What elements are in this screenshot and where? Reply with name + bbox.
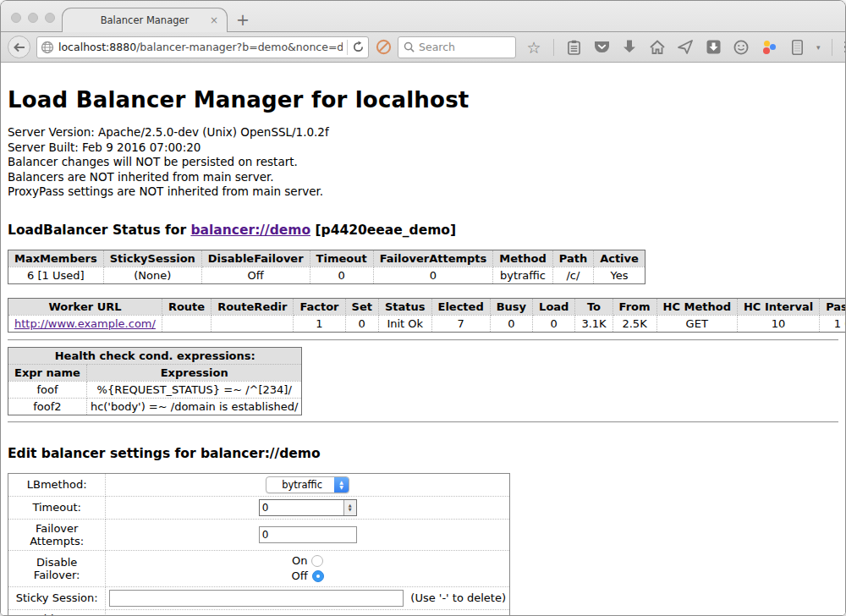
page-title: Load Balancer Manager for localhost bbox=[8, 87, 838, 113]
server-info-line: Balancers are NOT inherited from main se… bbox=[8, 170, 838, 185]
lbmethod-select[interactable]: bytraffic ▲▼ bbox=[266, 476, 349, 493]
balancer-status-header-cell: Timeout bbox=[310, 250, 373, 267]
colored-dots-button[interactable] bbox=[761, 39, 777, 56]
worker-header-cell: Busy bbox=[490, 298, 532, 315]
downloads-button[interactable] bbox=[621, 39, 638, 56]
health-check-table: Health check cond. expressions: Expr nam… bbox=[8, 347, 302, 415]
download-square-button[interactable] bbox=[705, 39, 722, 56]
worker-value-cell: 0 bbox=[490, 315, 532, 332]
back-icon bbox=[14, 42, 25, 52]
dropdown-caret-icon[interactable]: ▾ bbox=[816, 43, 821, 52]
worker-value-row: http://www.example.com/ 10Init Ok7003.1K… bbox=[8, 315, 846, 332]
smiley-button[interactable] bbox=[733, 39, 750, 56]
url-bar[interactable]: localhost:8880/balancer-manager?b=demo&n… bbox=[36, 36, 369, 58]
failover-off-option: Off bbox=[109, 569, 506, 584]
server-info: Server Version: Apache/2.5.0-dev (Unix) … bbox=[8, 125, 838, 200]
url-text[interactable]: localhost:8880/balancer-manager?b=demo&n… bbox=[58, 41, 343, 53]
health-header-expr: Expression bbox=[86, 364, 302, 381]
failover-attempts-input[interactable] bbox=[259, 526, 357, 543]
worker-header-cell: Route bbox=[162, 298, 211, 315]
colored-dots-icon bbox=[762, 41, 776, 54]
worker-header-cell: Load bbox=[533, 298, 575, 315]
lbmethod-label: LBmethod: bbox=[8, 473, 106, 496]
expression-cell: %{REQUEST_STATUS} =~ /^[234]/ bbox=[86, 381, 302, 398]
tab-close-icon[interactable]: × bbox=[210, 14, 218, 26]
worker-url-cell: http://www.example.com/ bbox=[8, 315, 162, 332]
sticky-session-input[interactable] bbox=[109, 590, 404, 607]
clipboard-icon bbox=[568, 40, 580, 55]
back-button[interactable] bbox=[8, 36, 30, 58]
reload-icon[interactable] bbox=[352, 41, 365, 53]
star-icon: ☆ bbox=[526, 39, 541, 56]
pocket-button[interactable] bbox=[593, 39, 610, 56]
status-heading-prefix: LoadBalancer Status for bbox=[8, 223, 190, 238]
navigation-toolbar: localhost:8880/balancer-manager?b=demo&n… bbox=[1, 32, 845, 63]
balancer-status-value-cell: 6 [1 Used] bbox=[8, 267, 104, 283]
health-row-foof: foof %{REQUEST_STATUS} =~ /^[234]/ bbox=[8, 381, 302, 398]
home-button[interactable] bbox=[649, 39, 666, 56]
timeout-value: 0 bbox=[260, 500, 343, 515]
balancer-status-value-cell: Yes bbox=[594, 267, 645, 283]
page-content: Load Balancer Manager for localhost Serv… bbox=[1, 63, 845, 615]
window-controls[interactable] bbox=[11, 13, 55, 23]
home-icon bbox=[650, 40, 665, 54]
worker-value-cell: 1 bbox=[294, 315, 345, 332]
failover-on-label: On bbox=[292, 554, 307, 567]
smiley-icon bbox=[733, 40, 749, 55]
zoom-window-button[interactable] bbox=[45, 13, 55, 23]
number-spinner-icon[interactable]: ▲▼ bbox=[343, 500, 356, 515]
minimize-window-button[interactable] bbox=[28, 13, 38, 23]
clipboard-button[interactable] bbox=[565, 39, 582, 56]
worker-url-link[interactable]: http://www.example.com/ bbox=[14, 317, 156, 330]
timeout-input[interactable]: 0 ▲▼ bbox=[259, 499, 357, 516]
worker-value-cell: Init Ok bbox=[378, 315, 431, 332]
failover-on-radio[interactable] bbox=[311, 555, 323, 567]
tab-balancer-manager[interactable]: Balancer Manager × bbox=[62, 8, 228, 32]
failover-off-label: Off bbox=[292, 569, 308, 582]
bookmark-star-button[interactable]: ☆ bbox=[525, 39, 542, 56]
worker-value-cell: GET bbox=[656, 315, 737, 332]
health-table-title: Health check cond. expressions: bbox=[8, 347, 302, 364]
new-tab-button[interactable]: + bbox=[236, 10, 250, 29]
tab-title: Balancer Manager bbox=[101, 14, 190, 26]
worker-header-cell: Elected bbox=[431, 298, 490, 315]
toolbar-divider bbox=[553, 39, 554, 56]
balancer-status-value-cell: 0 bbox=[310, 267, 373, 283]
balancer-status-header-cell: Active bbox=[594, 250, 645, 267]
lbmethod-row: LBmethod: bytraffic ▲▼ bbox=[8, 473, 510, 496]
edit-settings-heading: Edit balancer settings for balancer://de… bbox=[8, 446, 838, 461]
block-icon[interactable] bbox=[375, 39, 392, 56]
failover-off-radio[interactable] bbox=[312, 570, 324, 582]
add-worker-label: Add New Worker: bbox=[8, 609, 106, 615]
worker-header-cell: HC Method bbox=[656, 298, 737, 315]
send-button[interactable] bbox=[677, 39, 694, 56]
search-bar[interactable]: Search bbox=[398, 36, 516, 58]
close-window-button[interactable] bbox=[11, 13, 21, 23]
balancer-demo-link[interactable]: balancer://demo bbox=[190, 223, 310, 238]
balancer-status-value-cell: 0 bbox=[373, 267, 493, 283]
timeout-label: Timeout: bbox=[8, 496, 106, 519]
status-heading: LoadBalancer Status for balancer://demo … bbox=[8, 223, 838, 238]
select-stepper-icon: ▲▼ bbox=[334, 476, 349, 493]
server-info-line: Balancer changes will NOT be persisted o… bbox=[8, 155, 838, 170]
search-placeholder: Search bbox=[419, 41, 455, 53]
menu-button[interactable] bbox=[843, 39, 846, 56]
worker-header-row: Worker URLRouteRouteRedirFactorSetStatus… bbox=[8, 298, 846, 315]
timeout-row: Timeout: 0 ▲▼ bbox=[8, 496, 510, 519]
expression-cell: hc('body') =~ /domain is established/ bbox=[86, 398, 302, 415]
toolbar-buttons: ☆ bbox=[525, 39, 846, 56]
lbmethod-selected-value: bytraffic bbox=[266, 479, 334, 491]
download-square-icon bbox=[706, 40, 721, 54]
failover-attempts-row: Failover Attempts: bbox=[8, 519, 510, 550]
expr-name-cell: foof bbox=[8, 381, 87, 398]
balancer-status-table: MaxMembersStickySessionDisableFailoverTi… bbox=[8, 250, 645, 284]
health-row-foof2: foof2 hc('body') =~ /domain is establish… bbox=[8, 398, 302, 415]
add-worker-row: Add New Worker: Are you sure? bbox=[8, 609, 510, 615]
worker-header-cell: RouteRedir bbox=[212, 298, 294, 315]
worker-value-cell: 3.1K bbox=[575, 315, 613, 332]
device-button[interactable] bbox=[788, 39, 805, 56]
health-title-row: Health check cond. expressions: bbox=[8, 347, 302, 364]
worker-header-cell: Status bbox=[378, 298, 431, 315]
browser-window: Balancer Manager × + localhost:8880/bala… bbox=[0, 0, 846, 616]
title-bar: Balancer Manager × + bbox=[1, 1, 845, 32]
